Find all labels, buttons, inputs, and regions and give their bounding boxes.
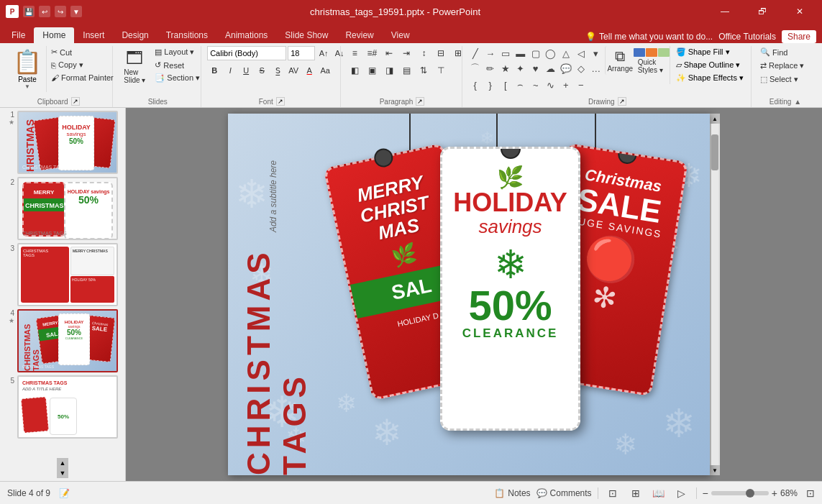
comments-btn[interactable]: 💬 Comments (536, 488, 592, 498)
format-painter-btn[interactable]: 🖌 Format Painter (48, 72, 117, 83)
bold-btn[interactable]: B (207, 63, 222, 78)
fit-slide-btn[interactable]: ⊡ (806, 487, 815, 499)
panel-scroll-down[interactable]: ▼ (57, 468, 68, 478)
normal-view-btn[interactable]: ⊡ (604, 485, 621, 502)
align-left-btn[interactable]: ◧ (347, 63, 362, 78)
zoom-in-btn[interactable]: + (772, 487, 777, 499)
slide-thumb-4[interactable]: CHRISTMAS TAGS MERRY SAL HOLIDAY savings… (17, 309, 118, 372)
slide-thumb-5[interactable]: CHRISTMAS TAGS ADD A TITLE HERE 50% (17, 375, 118, 439)
zoom-out-btn[interactable]: − (703, 487, 708, 499)
minimize-btn[interactable]: — (708, 0, 741, 23)
numbered-list-btn[interactable]: ≡# (364, 46, 380, 60)
canvas-scroll-down[interactable]: ▼ (710, 465, 720, 475)
font-size-input[interactable] (288, 46, 315, 60)
replace-btn[interactable]: ⇄ Replace ▾ (757, 60, 807, 72)
shape-heart[interactable]: ♥ (529, 61, 543, 75)
cut-btn[interactable]: ✂ Cut (48, 46, 117, 58)
shape-star5[interactable]: ★ (498, 61, 513, 75)
line-spacing-btn[interactable]: ↕ (416, 46, 431, 60)
tab-review[interactable]: Review (337, 27, 382, 43)
quick-styles-btn[interactable]: Quick Styles ▾ (635, 46, 668, 76)
shape-circle[interactable]: ◯ (544, 46, 558, 60)
canvas-scroll-up[interactable]: ▲ (710, 114, 720, 124)
shape-minus[interactable]: − (574, 78, 588, 92)
shape-cloud[interactable]: ☁ (544, 61, 558, 75)
shape-round-rect[interactable]: ▢ (529, 46, 543, 60)
canvas-area[interactable]: ❄ ❄ ❄ ❄ ❄ ❄ ❄ ❄ ❄ ❄ ❄ ❄ CHRISTMAS TAGS A… (126, 108, 822, 481)
layout-btn[interactable]: ▤ Layout ▾ (152, 46, 203, 58)
shape-plus[interactable]: + (559, 78, 573, 92)
canvas-scroll-thumb[interactable] (711, 134, 718, 170)
shape-arc[interactable]: ⌢ (513, 78, 528, 92)
reading-view-btn[interactable]: 📖 (650, 485, 667, 502)
tab-transitions[interactable]: Transitions (157, 27, 216, 43)
drawing-expand[interactable]: ↗ (618, 97, 626, 106)
font-increase-btn[interactable]: A↑ (316, 46, 331, 60)
shape-curve[interactable]: ⌒ (468, 61, 483, 75)
share-btn[interactable]: Share (782, 30, 816, 43)
font-name-input[interactable] (207, 46, 286, 60)
close-btn[interactable]: ✕ (783, 0, 816, 23)
tab-file[interactable]: File (3, 27, 34, 43)
slide-canvas[interactable]: ❄ ❄ ❄ ❄ ❄ ❄ ❄ ❄ ❄ ❄ ❄ ❄ CHRISTMAS TAGS A… (228, 114, 710, 475)
find-btn[interactable]: 🔍 Find (757, 46, 790, 58)
shape-callout[interactable]: 💬 (559, 61, 573, 75)
tab-home[interactable]: Home (34, 27, 74, 43)
font-color-btn[interactable]: A (302, 63, 316, 78)
shape-effects-btn[interactable]: ✨ Shape Effects ▾ (673, 72, 746, 84)
clipboard-expand[interactable]: ↗ (71, 97, 80, 106)
shape-squiggle[interactable]: ~ (529, 78, 543, 92)
clear-format-btn[interactable]: Aa (318, 63, 332, 78)
tab-view[interactable]: View (383, 27, 419, 43)
shape-triangle[interactable]: △ (559, 46, 573, 60)
select-btn[interactable]: ⬚ Select ▾ (757, 73, 801, 86)
restore-btn[interactable]: 🗗 (746, 0, 779, 23)
shadow-btn[interactable]: S̲ (270, 63, 285, 78)
shape-arrow[interactable]: → (483, 46, 498, 60)
char-spacing-btn[interactable]: AV (286, 63, 301, 78)
slide-thumb-2[interactable]: MERRY CHRISTMAS HOLIDAY savings 50% CHRI… (17, 177, 118, 240)
zoom-level[interactable]: 68% (780, 488, 798, 498)
tab-animations[interactable]: Animations (216, 27, 276, 43)
zoom-thumb[interactable] (746, 489, 754, 498)
save-quick-btn[interactable]: 💾 (23, 6, 35, 17)
strikethrough-btn[interactable]: S (255, 63, 269, 78)
indent-less-btn[interactable]: ⇤ (381, 46, 397, 60)
justify-btn[interactable]: ▤ (398, 63, 414, 78)
shape-fill-btn[interactable]: 🪣 Shape Fill ▾ (673, 46, 746, 58)
copy-btn[interactable]: ⎘ Copy ▾ (48, 59, 117, 71)
shape-brace-left[interactable]: { (468, 78, 483, 92)
shape-more[interactable]: ▾ (589, 46, 603, 60)
italic-btn[interactable]: I (223, 63, 237, 78)
panel-scroll-up[interactable]: ▲ (57, 458, 68, 468)
reset-btn[interactable]: ↺ Reset (152, 59, 203, 71)
quick-access-dropdown[interactable]: ▼ (70, 6, 82, 17)
indent-more-btn[interactable]: ⇥ (398, 46, 414, 60)
redo-btn[interactable]: ↪ (55, 6, 66, 17)
tab-design[interactable]: Design (113, 27, 157, 43)
shape-brace-right[interactable]: } (483, 78, 498, 92)
text-dir-btn[interactable]: ⇅ (416, 63, 431, 78)
paste-btn[interactable]: 📋 Paste ▼ (9, 46, 47, 92)
section-btn[interactable]: 📑 Section ▾ (152, 72, 203, 84)
slide-thumb-3[interactable]: CHRISTMASTAGS MERRY CHRISTMAS HOLIDAY 50… (17, 243, 118, 306)
paragraph-expand[interactable]: ↗ (416, 97, 424, 106)
shape-rect[interactable]: ▭ (498, 46, 513, 60)
shape-line[interactable]: ╱ (468, 46, 483, 60)
align-center-btn[interactable]: ▣ (364, 63, 380, 78)
notes-btn[interactable]: 📋 Notes (494, 488, 530, 498)
slide-notes-indicator[interactable]: 📝 (59, 488, 70, 498)
zoom-slider[interactable] (711, 491, 769, 495)
shape-outline-btn[interactable]: ▱ Shape Outline ▾ (673, 59, 746, 71)
office-tutorials-btn[interactable]: Office Tutorials (718, 32, 776, 42)
shape-star6[interactable]: ✦ (513, 61, 528, 75)
tab-insert[interactable]: Insert (74, 27, 113, 43)
shape-bracket[interactable]: [ (498, 78, 513, 92)
shape-diamond[interactable]: ◇ (574, 61, 588, 75)
new-slide-btn[interactable]: 🗔 NewSlide ▾ (119, 46, 150, 86)
shape-more2[interactable]: … (589, 61, 603, 75)
tab-slideshow[interactable]: Slide Show (276, 27, 337, 43)
arrange-btn[interactable]: ⧉ Arrange (605, 46, 634, 75)
bullet-list-btn[interactable]: ≡ (347, 46, 362, 60)
shape-freeform[interactable]: ✏ (483, 61, 498, 75)
